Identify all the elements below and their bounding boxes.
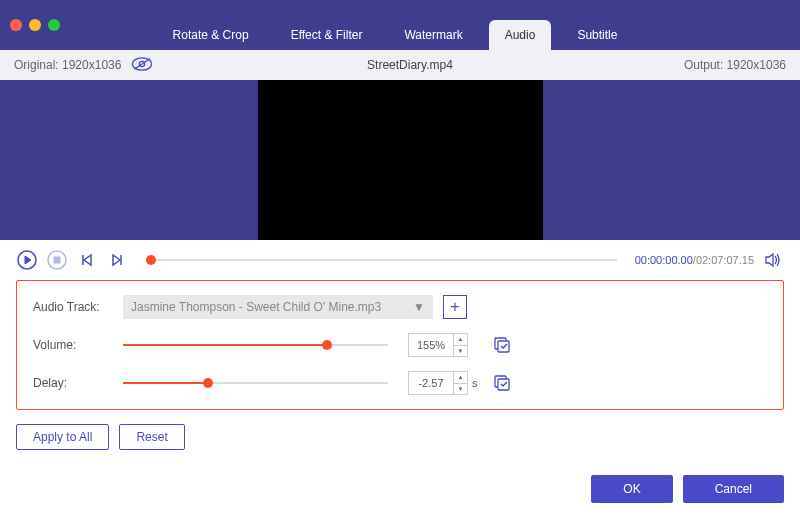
original-resolution-label: Original: 1920x1036 (14, 58, 121, 72)
cancel-button[interactable]: Cancel (683, 475, 784, 503)
preview-left-pad (0, 80, 258, 240)
volume-spinner: ▲ ▼ (453, 334, 467, 356)
app-window: Rotate & Crop Effect & Filter Watermark … (0, 0, 800, 515)
panel-actions: Apply to All Reset (16, 424, 784, 450)
playback-timeline[interactable] (146, 259, 617, 261)
audio-settings-panel: Audio Track: Jasmine Thompson - Sweet Ch… (16, 280, 784, 410)
add-track-button[interactable]: + (443, 295, 467, 319)
delay-value-box: -2.57 ▲ ▼ (408, 371, 468, 395)
svg-marker-8 (84, 255, 91, 265)
preview-toggle-icon[interactable] (131, 57, 153, 74)
tab-bar: Rotate & Crop Effect & Filter Watermark … (80, 0, 710, 50)
svg-marker-11 (766, 254, 773, 266)
delay-up-button[interactable]: ▲ (454, 372, 467, 384)
delay-down-button[interactable]: ▼ (454, 384, 467, 395)
tab-subtitle[interactable]: Subtitle (561, 20, 633, 50)
apply-to-all-button[interactable]: Apply to All (16, 424, 109, 450)
svg-marker-4 (25, 256, 31, 264)
prev-frame-button[interactable] (76, 249, 98, 271)
delay-spinner: ▲ ▼ (453, 372, 467, 394)
tab-effect-filter[interactable]: Effect & Filter (275, 20, 379, 50)
current-time: 00:00:00.00 (635, 254, 693, 266)
info-bar: Original: 1920x1036 StreetDiary.mp4 Outp… (0, 50, 800, 80)
volume-slider-thumb[interactable] (322, 340, 332, 350)
delay-value[interactable]: -2.57 (409, 377, 453, 389)
volume-apply-icon[interactable] (492, 335, 512, 355)
timecode: 00:00:00.00/02:07:07.15 (635, 254, 754, 266)
audio-track-value: Jasmine Thompson - Sweet Child O' Mine.m… (131, 300, 381, 314)
preview-right-pad (543, 80, 801, 240)
volume-up-button[interactable]: ▲ (454, 334, 467, 346)
volume-value[interactable]: 155% (409, 339, 453, 351)
delay-label: Delay: (33, 376, 123, 390)
playback-controls: 00:00:00.00/02:07:07.15 (0, 240, 800, 280)
filename-label: StreetDiary.mp4 (194, 58, 626, 72)
tab-watermark[interactable]: Watermark (388, 20, 478, 50)
delay-slider-thumb[interactable] (203, 378, 213, 388)
stop-button[interactable] (46, 249, 68, 271)
tab-audio[interactable]: Audio (489, 20, 552, 50)
next-frame-button[interactable] (106, 249, 128, 271)
close-window-button[interactable] (10, 19, 22, 31)
svg-rect-6 (54, 257, 60, 263)
total-time: /02:07:07.15 (693, 254, 754, 266)
dialog-footer: OK Cancel (591, 475, 784, 503)
ok-button[interactable]: OK (591, 475, 672, 503)
minimize-window-button[interactable] (29, 19, 41, 31)
volume-label: Volume: (33, 338, 123, 352)
audio-track-select[interactable]: Jasmine Thompson - Sweet Child O' Mine.m… (123, 295, 433, 319)
window-controls (10, 19, 60, 31)
video-preview[interactable] (258, 80, 543, 240)
volume-slider[interactable] (123, 344, 388, 346)
svg-marker-10 (113, 255, 120, 265)
output-resolution-label: Output: 1920x1036 (626, 58, 786, 72)
volume-value-box: 155% ▲ ▼ (408, 333, 468, 357)
reset-button[interactable]: Reset (119, 424, 184, 450)
playhead[interactable] (146, 255, 156, 265)
audio-track-label: Audio Track: (33, 300, 123, 314)
preview-area (0, 80, 800, 240)
volume-icon[interactable] (762, 249, 784, 271)
delay-apply-icon[interactable] (492, 373, 512, 393)
chevron-down-icon: ▼ (413, 300, 425, 314)
titlebar: Rotate & Crop Effect & Filter Watermark … (0, 0, 800, 50)
svg-line-2 (135, 58, 151, 69)
tab-rotate-crop[interactable]: Rotate & Crop (157, 20, 265, 50)
delay-unit: s (472, 377, 484, 389)
maximize-window-button[interactable] (48, 19, 60, 31)
delay-slider[interactable] (123, 382, 388, 384)
volume-down-button[interactable]: ▼ (454, 346, 467, 357)
play-button[interactable] (16, 249, 38, 271)
